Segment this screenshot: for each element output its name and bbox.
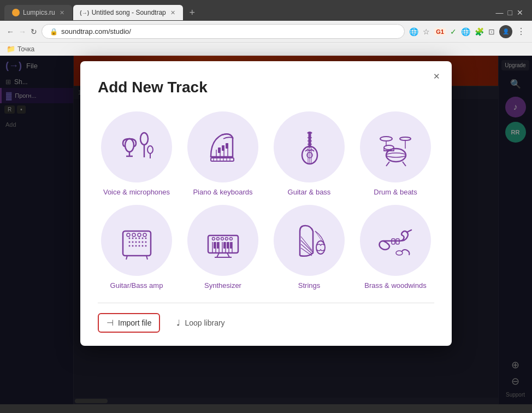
svg-rect-14 bbox=[211, 158, 234, 161]
svg-point-0 bbox=[125, 139, 134, 152]
svg-point-62 bbox=[132, 233, 135, 237]
svg-point-59 bbox=[141, 245, 143, 246]
track-circle-brass bbox=[360, 205, 431, 276]
svg-point-47 bbox=[141, 237, 143, 239]
track-option-amp[interactable]: Guitar/Bass amp bbox=[98, 205, 175, 290]
extension-icon-globe[interactable]: 🌐 bbox=[461, 27, 470, 36]
browser-chrome: Lumpics.ru ✕ (→) Untitled song - Soundtr… bbox=[0, 0, 532, 56]
svg-rect-11 bbox=[218, 148, 221, 153]
svg-point-82 bbox=[221, 237, 223, 240]
svg-point-56 bbox=[132, 245, 133, 246]
modal-close-button[interactable]: ✕ bbox=[429, 69, 444, 84]
svg-point-58 bbox=[138, 245, 140, 246]
track-label-voice: Voice & microphones bbox=[103, 188, 170, 196]
track-label-amp: Guitar/Bass amp bbox=[110, 281, 163, 290]
svg-point-80 bbox=[212, 237, 215, 240]
svg-point-31 bbox=[386, 153, 406, 157]
track-circle-amp bbox=[101, 205, 172, 276]
url-input[interactable]: 🔒 soundtrap.com/studio/ bbox=[42, 24, 405, 39]
svg-line-96 bbox=[407, 230, 411, 232]
import-label: Import file bbox=[118, 318, 151, 327]
svg-point-46 bbox=[138, 237, 140, 239]
url-lock-icon: 🔒 bbox=[50, 28, 58, 36]
tab-label-soundtrap: Untitled song - Soundtrap bbox=[92, 9, 166, 16]
back-button[interactable]: ← bbox=[7, 27, 14, 36]
track-option-voice[interactable]: Voice & microphones bbox=[98, 111, 175, 196]
svg-rect-13 bbox=[226, 143, 228, 149]
extension-icon-puzzle[interactable]: 🧩 bbox=[475, 27, 484, 36]
tab-close-soundtrap[interactable]: ✕ bbox=[170, 9, 175, 16]
import-file-button[interactable]: ⊣ Import file bbox=[98, 313, 160, 333]
svg-point-97 bbox=[396, 251, 403, 255]
bookmark-folder-item[interactable]: 📁 Точка bbox=[7, 45, 34, 53]
track-circle-guitar bbox=[274, 111, 345, 182]
extension-icon-check[interactable]: ✓ bbox=[450, 27, 457, 36]
reload-button[interactable]: ↻ bbox=[31, 27, 37, 36]
loop-label: Loop library bbox=[185, 318, 224, 327]
modal-overlay: ✕ Add New Track bbox=[0, 56, 532, 404]
svg-point-50 bbox=[132, 241, 133, 243]
svg-point-52 bbox=[138, 241, 140, 243]
star-icon[interactable]: ☆ bbox=[423, 27, 430, 36]
minimize-button[interactable]: — bbox=[496, 8, 504, 17]
svg-point-60 bbox=[145, 245, 146, 246]
bookmark-folder-icon: 📁 bbox=[7, 45, 15, 53]
tab-favicon-lumpics bbox=[12, 9, 20, 16]
maximize-button[interactable]: □ bbox=[508, 8, 512, 17]
close-button[interactable]: ✕ bbox=[517, 8, 523, 17]
track-option-piano[interactable]: Piano & keyboards bbox=[184, 111, 262, 196]
svg-point-48 bbox=[145, 237, 146, 239]
new-tab-button[interactable]: + bbox=[184, 4, 200, 21]
svg-point-63 bbox=[138, 233, 141, 237]
track-label-piano: Piano & keyboards bbox=[193, 188, 252, 196]
svg-point-51 bbox=[135, 241, 137, 243]
svg-line-89 bbox=[301, 240, 312, 252]
track-label-brass: Brass & woodwinds bbox=[364, 281, 426, 290]
track-label-synth: Synthesizer bbox=[204, 281, 241, 290]
svg-rect-78 bbox=[227, 242, 229, 249]
track-option-strings[interactable]: Strings bbox=[270, 205, 348, 290]
extension-icon-red[interactable]: G1 bbox=[434, 28, 446, 36]
tab-bar: Lumpics.ru ✕ (→) Untitled song - Soundtr… bbox=[0, 0, 532, 21]
svg-rect-77 bbox=[223, 242, 226, 249]
svg-line-93 bbox=[315, 231, 324, 245]
track-option-brass[interactable]: Brass & woodwinds bbox=[357, 205, 434, 290]
profile-avatar[interactable]: 👤 bbox=[499, 25, 512, 38]
loop-library-button[interactable]: ♩ Loop library bbox=[171, 314, 230, 332]
svg-point-44 bbox=[132, 237, 133, 239]
tab-lumpics[interactable]: Lumpics.ru ✕ bbox=[4, 5, 72, 20]
svg-line-41 bbox=[403, 162, 406, 166]
svg-rect-75 bbox=[214, 242, 216, 249]
tab-close-lumpics[interactable]: ✕ bbox=[60, 9, 64, 16]
svg-point-5 bbox=[147, 146, 153, 154]
track-options-grid: Voice & microphones bbox=[98, 111, 434, 290]
svg-point-43 bbox=[128, 237, 130, 239]
svg-point-36 bbox=[380, 137, 392, 141]
track-option-synth[interactable]: Synthesizer bbox=[184, 205, 262, 290]
forward-button[interactable]: → bbox=[19, 27, 26, 36]
track-option-drum[interactable]: Drum & beats bbox=[357, 111, 434, 196]
svg-point-55 bbox=[128, 245, 130, 246]
tab-soundtrap[interactable]: (→) Untitled song - Soundtrap ✕ bbox=[73, 5, 183, 20]
svg-rect-12 bbox=[222, 145, 224, 151]
svg-point-57 bbox=[135, 245, 137, 246]
svg-point-49 bbox=[128, 241, 130, 243]
modal-bottom-actions: ⊣ Import file ♩ Loop library bbox=[98, 313, 434, 333]
svg-rect-76 bbox=[217, 242, 219, 249]
modal-title: Add New Track bbox=[98, 79, 434, 96]
track-circle-synth bbox=[187, 205, 258, 276]
import-icon: ⊣ bbox=[107, 318, 114, 328]
svg-point-61 bbox=[127, 233, 130, 237]
svg-point-53 bbox=[141, 241, 143, 243]
track-option-guitar[interactable]: Guitar & bass bbox=[270, 111, 348, 196]
menu-icon[interactable]: ⋮ bbox=[517, 26, 525, 37]
translate-icon[interactable]: 🌐 bbox=[409, 27, 418, 36]
svg-line-40 bbox=[386, 162, 389, 166]
cast-icon[interactable]: ⊡ bbox=[488, 27, 495, 36]
add-track-modal: ✕ Add New Track bbox=[80, 61, 452, 346]
bookmark-folder-label: Точка bbox=[17, 45, 34, 53]
window-controls: — □ ✕ bbox=[496, 8, 528, 17]
track-label-guitar: Guitar & bass bbox=[288, 188, 331, 196]
svg-point-3 bbox=[140, 133, 148, 145]
svg-point-45 bbox=[135, 237, 137, 239]
